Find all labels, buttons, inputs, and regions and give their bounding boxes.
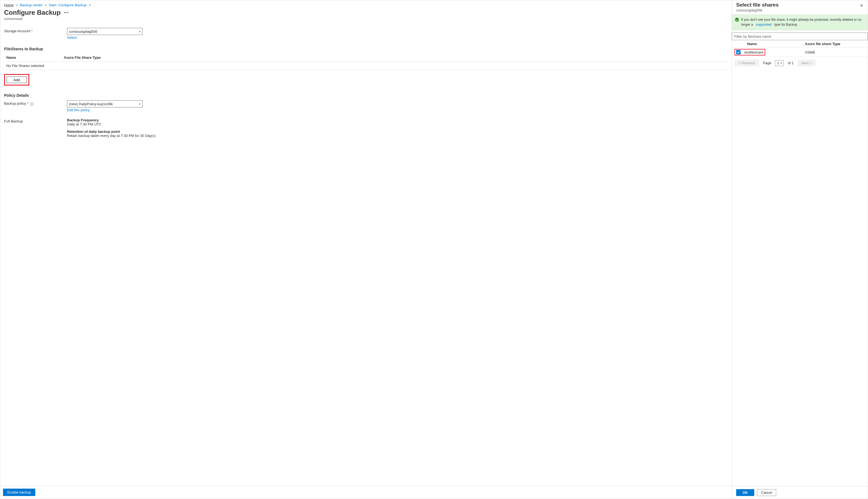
next-button[interactable]: Next > <box>797 60 816 66</box>
enable-backup-button[interactable]: Enable backup <box>3 489 35 496</box>
retention-label: Retention of daily backup point <box>67 130 156 134</box>
chevron-down-icon: ▾ <box>139 30 141 33</box>
checkbox-checked[interactable] <box>736 50 740 54</box>
info-icon[interactable]: i <box>30 102 33 106</box>
storage-account-select[interactable]: contosorgdiag556 ▾ <box>67 28 142 35</box>
fileshare-name: testfileshare <box>745 50 763 54</box>
chevron-right-icon: > <box>88 3 91 7</box>
side-body: If you don't see your file share, it mig… <box>732 14 868 486</box>
cancel-button[interactable]: Cancel <box>757 489 776 496</box>
banner-text-post: type for Backup <box>774 23 797 26</box>
fileshares-col-name: Name <box>6 56 64 60</box>
backup-frequency-label: Backup Frequency <box>67 118 156 122</box>
page-label: Page <box>763 61 771 65</box>
main-panel: Home > Backup center > Start: Configure … <box>0 0 732 499</box>
chevron-down-icon: ▾ <box>781 61 782 64</box>
side-title: Select file shares <box>736 2 778 8</box>
page-select[interactable]: 1 ▾ <box>775 60 784 66</box>
storage-account-value: contosorgdiag556 <box>69 29 97 34</box>
chevron-right-icon: > <box>15 3 18 7</box>
chevron-down-icon: ▾ <box>139 102 141 106</box>
backup-policy-value: (new) DailyPolicy-kup1e38k <box>69 102 113 106</box>
filter-input[interactable] <box>732 33 868 40</box>
add-button[interactable]: Add <box>7 76 27 83</box>
breadcrumb-configure-backup[interactable]: Start: Configure Backup <box>49 3 86 7</box>
storage-account-label: Storage Account * <box>4 28 67 33</box>
full-backup-row: Full Backup Backup Frequency Daily at 7:… <box>4 118 728 141</box>
backup-frequency-value: Daily at 7:30 PM UTC <box>67 122 156 126</box>
previous-button[interactable]: < Previous <box>735 60 759 66</box>
backup-policy-label: Backup policy * i <box>4 100 67 106</box>
fileshare-type: XSMB <box>805 50 865 54</box>
fileshares-empty-row: No File Shares selected <box>4 61 728 70</box>
fileshares-heading: FileShares to Backup <box>4 47 728 51</box>
page-title-row: Configure Backup ••• <box>4 9 728 16</box>
breadcrumb-backup-center[interactable]: Backup center <box>20 3 43 7</box>
storage-account-row: Storage Account * contosorgdiag556 ▾ Sel… <box>4 28 728 40</box>
list-col-name: Name <box>746 42 805 46</box>
check-icon <box>735 18 739 22</box>
edit-policy-link[interactable]: Edit this policy <box>67 108 142 112</box>
info-banner: If you don't see your file share, it mig… <box>732 14 868 31</box>
side-subtitle: contosorgdiag556 <box>736 9 778 12</box>
side-footer: OK Cancel <box>732 486 868 499</box>
fileshare-row[interactable]: testfileshare XSMB <box>732 48 868 57</box>
fileshare-list-header: Name Azure file share Type <box>732 40 868 48</box>
page-select-value: 1 <box>777 61 779 65</box>
main-footer: Enable backup <box>0 486 732 499</box>
backup-policy-select[interactable]: (new) DailyPolicy-kup1e38k ▾ <box>67 100 142 107</box>
page-of-label: of 1 <box>788 61 794 65</box>
backup-policy-row: Backup policy * i (new) DailyPolicy-kup1… <box>4 100 728 112</box>
supported-link[interactable]: supported <box>756 22 772 26</box>
add-highlight: Add <box>4 74 29 86</box>
policy-heading: Policy Details <box>4 93 728 98</box>
chevron-right-icon: > <box>45 3 47 7</box>
side-header: Select file shares contosorgdiag556 ✕ <box>732 0 868 14</box>
required-asterisk: * <box>31 29 33 33</box>
list-col-type: Azure file share Type <box>805 42 865 46</box>
pager: < Previous Page 1 ▾ of 1 Next > <box>732 57 868 69</box>
breadcrumb-home[interactable]: Home <box>4 3 14 7</box>
breadcrumb: Home > Backup center > Start: Configure … <box>4 3 728 7</box>
more-icon[interactable]: ••• <box>64 10 69 15</box>
main-content: Home > Backup center > Start: Configure … <box>0 0 732 486</box>
side-panel: Select file shares contosorgdiag556 ✕ If… <box>732 0 868 499</box>
close-icon[interactable]: ✕ <box>860 2 863 8</box>
row-highlight: testfileshare <box>735 49 765 56</box>
retention-value: Retain backup taken every day at 7:30 PM… <box>67 134 156 138</box>
page-title: Configure Backup <box>4 9 61 16</box>
page-subtitle: contosovault <box>4 17 728 21</box>
fileshares-table: Name Azure File Share Type No File Share… <box>4 54 728 70</box>
ok-button[interactable]: OK <box>736 489 754 496</box>
full-backup-label: Full Backup <box>4 118 67 123</box>
required-asterisk: * <box>27 101 28 106</box>
storage-select-link[interactable]: Select <box>67 36 142 40</box>
fileshares-col-type: Azure File Share Type <box>64 56 100 60</box>
